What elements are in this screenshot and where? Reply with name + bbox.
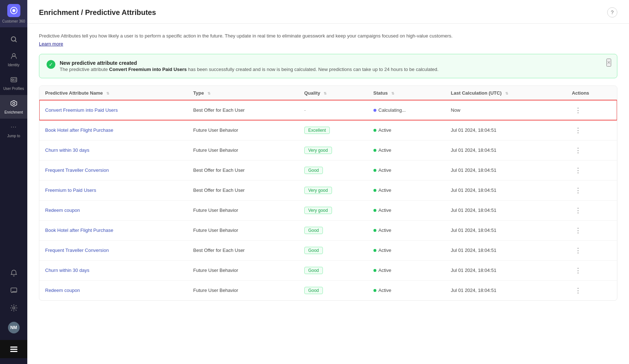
sidebar-item-search[interactable] [0, 31, 27, 48]
svg-point-6 [12, 79, 13, 81]
row-name: Churn within 30 days [39, 140, 187, 160]
sidebar-item-identity[interactable]: Identity [0, 48, 27, 71]
row-actions-button[interactable]: ⋮ [572, 226, 584, 235]
row-name-link[interactable]: Freemium to Paid Users [45, 187, 96, 193]
user-avatar: NM [8, 322, 20, 333]
row-calc: Jul 01 2024, 18:04:51 [445, 120, 566, 140]
sort-status-icon[interactable]: ⇅ [391, 91, 394, 95]
main-content: Enrichment / Predictive Attributes ? Pre… [27, 0, 629, 364]
row-name-link[interactable]: Redeem coupon [45, 288, 80, 293]
row-actions-button[interactable]: ⋮ [572, 166, 584, 175]
row-status: Active [368, 280, 445, 300]
messages-button[interactable] [0, 283, 27, 298]
col-name: Predictive Attribute Name ⇅ [39, 86, 187, 100]
page-description: Predictive Attributes tell you how likel… [39, 32, 476, 40]
quality-badge: Excellent [304, 127, 330, 134]
row-actions-button[interactable]: ⋮ [572, 186, 584, 195]
row-type: Future User Behavior [187, 260, 298, 280]
sort-type-icon[interactable]: ⇅ [207, 91, 210, 95]
row-name: Book Hotel after Flight Purchase [39, 120, 187, 140]
banner-subtitle-bold: Convert Freemium into Paid Users [109, 67, 187, 72]
table-row[interactable]: Book Hotel after Flight Purchase Future … [39, 120, 617, 140]
row-status: Active [368, 180, 445, 200]
enrichment-icon [10, 99, 18, 107]
table-header: Predictive Attribute Name ⇅ Type ⇅ Quali… [39, 86, 617, 100]
highlighted-name-link[interactable]: Convert Freemium into Paid Users [45, 107, 118, 113]
row-actions-button[interactable]: ⋮ [572, 246, 584, 255]
sidebar-item-user-profiles[interactable]: User Profiles [0, 71, 27, 95]
quality-badge: Good [304, 227, 323, 234]
row-actions: ⋮ [566, 280, 617, 300]
row-name-link[interactable]: Churn within 30 days [45, 268, 89, 273]
row-quality: Very good [298, 180, 368, 200]
row-name-link[interactable]: Redeem coupon [45, 207, 80, 213]
quality-badge: Very good [304, 147, 332, 154]
row-actions-button[interactable]: ⋮ [572, 146, 584, 155]
page-content: Predictive Attributes tell you how likel… [27, 24, 629, 364]
row-name-link[interactable]: Frequent Traveller Conversion [45, 167, 109, 173]
row-actions: ⋮ [566, 260, 617, 280]
row-status: Active [368, 260, 445, 280]
col-actions: Actions [566, 86, 617, 100]
help-button[interactable]: ? [607, 7, 617, 17]
row-actions-button[interactable]: ⋮ [572, 266, 584, 275]
app-name: Customer 360 [2, 19, 25, 23]
table-row[interactable]: Redeem coupon Future User Behavior Very … [39, 200, 617, 220]
row-actions-button[interactable]: ⋮ [572, 206, 584, 215]
settings-button[interactable] [0, 301, 27, 315]
sort-calc-icon[interactable]: ⇅ [505, 91, 508, 95]
table-row[interactable]: Freemium to Paid Users Best Offer for Ea… [39, 180, 617, 200]
banner-subtitle-prefix: The predictive attribute [60, 67, 109, 72]
jump-to-icon: ··· [10, 123, 18, 131]
row-quality: Very good [298, 140, 368, 160]
table-row[interactable]: Frequent Traveller Conversion Best Offer… [39, 160, 617, 180]
row-status: Active [368, 120, 445, 140]
table-row-highlighted[interactable]: Convert Freemium into Paid Users Best Of… [39, 100, 617, 120]
highlighted-row-type: Best Offer for Each User [187, 100, 298, 120]
col-last-calc: Last Calculation (UTC) ⇅ [445, 86, 566, 100]
row-status: Active [368, 140, 445, 160]
row-status: Active [368, 240, 445, 260]
row-type: Best Offer for Each User [187, 160, 298, 180]
page-title: Enrichment / Predictive Attributes [39, 8, 156, 17]
header-row: Predictive Attribute Name ⇅ Type ⇅ Quali… [39, 86, 617, 100]
quality-badge: Good [304, 287, 323, 294]
app-logo[interactable]: Customer 360 [0, 0, 27, 27]
sidebar-item-enrichment[interactable]: Enrichment [0, 95, 27, 119]
sort-quality-icon[interactable]: ⇅ [324, 91, 327, 95]
table-row[interactable]: Frequent Traveller Conversion Best Offer… [39, 240, 617, 260]
row-actions: ⋮ [566, 140, 617, 160]
row-status: Active [368, 200, 445, 220]
notifications-button[interactable] [0, 266, 27, 280]
identity-icon [10, 52, 18, 60]
sidebar-nav: Identity User Profiles Enrichment [0, 27, 27, 266]
banner-subtitle-suffix: has been successfully created and is now… [187, 67, 439, 72]
learn-more-link[interactable]: Learn more [39, 41, 63, 47]
row-name: Frequent Traveller Conversion [39, 160, 187, 180]
banner-close-button[interactable]: × [606, 59, 611, 67]
highlighted-row-status: Calculating... [368, 100, 445, 120]
table-row[interactable]: Book Hotel after Flight Purchase Future … [39, 220, 617, 240]
quality-badge: Good [304, 167, 323, 174]
quality-badge: Very good [304, 207, 332, 214]
row-status: Active [368, 160, 445, 180]
banner-title: New predictive attribute created [60, 60, 439, 66]
highlighted-row-actions-button[interactable]: ⋮ [572, 106, 584, 115]
avatar[interactable]: NM [0, 318, 27, 337]
sidebar-item-jump-to[interactable]: ··· Jump to [0, 119, 27, 142]
sort-name-icon[interactable]: ⇅ [106, 91, 109, 95]
table-row[interactable]: Churn within 30 days Future User Behavio… [39, 140, 617, 160]
row-name-link[interactable]: Book Hotel after Flight Purchase [45, 228, 113, 233]
row-name-link[interactable]: Churn within 30 days [45, 147, 89, 153]
table-row[interactable]: Churn within 30 days Future User Behavio… [39, 260, 617, 280]
row-status: Active [368, 220, 445, 240]
row-name-link[interactable]: Frequent Traveller Conversion [45, 248, 109, 253]
sidebar-item-enrichment-label: Enrichment [4, 110, 23, 114]
row-name-link[interactable]: Book Hotel after Flight Purchase [45, 127, 113, 133]
svg-line-3 [15, 41, 16, 42]
quality-badge: Good [304, 267, 323, 274]
highlighted-row-calc: Now [445, 100, 566, 120]
row-actions-button[interactable]: ⋮ [572, 126, 584, 135]
row-actions-button[interactable]: ⋮ [572, 286, 584, 295]
table-row[interactable]: Redeem coupon Future User Behavior Good … [39, 280, 617, 300]
